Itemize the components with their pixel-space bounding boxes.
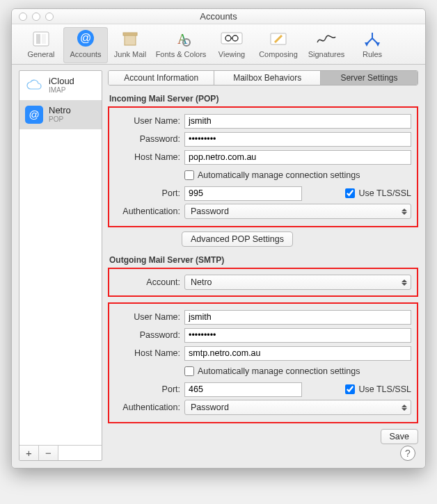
toolbar-label: Composing: [259, 50, 298, 58]
outgoing-auth-select[interactable]: Password: [184, 400, 411, 415]
incoming-user-label: User Name:: [115, 116, 184, 126]
incoming-auth-label: Authentication:: [115, 206, 184, 216]
incoming-host-label: Host Name:: [115, 152, 184, 162]
incoming-tls-checkbox[interactable]: Use TLS/SSL: [345, 188, 411, 198]
pencil-icon: [267, 29, 290, 49]
outgoing-auth-label: Authentication:: [115, 403, 184, 412]
titlebar: Accounts: [12, 9, 425, 24]
account-item-icloud[interactable]: iCloud IMAP: [19, 71, 102, 100]
checkbox-icon[interactable]: [184, 170, 194, 180]
toolbar-label: Junk Mail: [114, 50, 146, 58]
main-panel: Account Information Mailbox Behaviors Se…: [108, 70, 418, 461]
svg-rect-2: [42, 34, 46, 44]
outgoing-tls-label: Use TLS/SSL: [358, 384, 411, 394]
toolbar-composing[interactable]: Composing: [254, 27, 303, 63]
outgoing-pass-label: Password:: [115, 330, 184, 340]
outgoing-group: User Name: Password: Host Name:: [108, 302, 418, 423]
outgoing-port-input[interactable]: [184, 382, 302, 397]
sidebar-footer: + −: [19, 445, 102, 460]
incoming-port-label: Port:: [115, 188, 184, 198]
tabs: Account Information Mailbox Behaviors Se…: [108, 70, 418, 86]
svg-text:@: @: [80, 32, 91, 44]
account-text: iCloud IMAP: [49, 76, 74, 94]
fonts-icon: A: [169, 29, 193, 49]
outgoing-account-select[interactable]: Netro: [184, 275, 411, 290]
rules-icon: [360, 29, 384, 49]
svg-rect-0: [33, 32, 49, 46]
glasses-icon: [220, 29, 244, 49]
toolbar-label: General: [27, 50, 54, 58]
outgoing-auth-value: Password: [191, 403, 229, 412]
account-name: Netro: [49, 106, 71, 115]
account-item-netro[interactable]: @ Netro POP: [19, 100, 102, 129]
save-button[interactable]: Save: [381, 429, 419, 444]
account-name: iCloud: [49, 76, 74, 86]
checkbox-icon[interactable]: [184, 366, 194, 376]
toolbar: General @ Accounts Junk Mail A Fonts & C…: [12, 24, 425, 65]
switch-icon: [29, 29, 53, 49]
incoming-port-input[interactable]: [184, 186, 302, 201]
add-account-button[interactable]: +: [19, 446, 39, 460]
tab-account-info[interactable]: Account Information: [109, 71, 214, 85]
outgoing-pass-input[interactable]: [184, 328, 411, 343]
tab-mailbox-behaviors[interactable]: Mailbox Behaviors: [214, 71, 320, 85]
outgoing-user-input[interactable]: [184, 310, 411, 325]
preferences-window: Accounts General @ Accounts Junk Mail A: [11, 8, 426, 469]
checkbox-icon[interactable]: [345, 188, 355, 198]
svg-rect-6: [123, 33, 137, 35]
window-title: Accounts: [12, 11, 425, 22]
incoming-title: Incoming Mail Server (POP): [109, 94, 418, 104]
toolbar-fonts[interactable]: A Fonts & Colors: [152, 27, 209, 63]
incoming-auth-value: Password: [191, 206, 229, 216]
incoming-auth-select[interactable]: Password: [184, 204, 411, 219]
outgoing-auto-checkbox[interactable]: Automatically manage connection settings: [184, 366, 360, 376]
updown-icon: [401, 206, 408, 217]
at-icon: @: [25, 106, 43, 124]
svg-rect-1: [36, 34, 40, 44]
toolbar-junk[interactable]: Junk Mail: [108, 27, 152, 63]
toolbar-label: Rules: [363, 50, 382, 58]
account-type: IMAP: [49, 86, 74, 94]
toolbar-signatures[interactable]: Signatures: [303, 27, 350, 63]
incoming-host-input[interactable]: [184, 150, 411, 165]
incoming-auto-label: Automatically manage connection settings: [198, 170, 360, 180]
incoming-pass-input[interactable]: [184, 132, 411, 147]
updown-icon: [401, 402, 408, 413]
signature-icon: [315, 29, 338, 49]
checkbox-icon[interactable]: [345, 384, 355, 394]
toolbar-label: Fonts & Colors: [156, 50, 207, 58]
incoming-pass-label: Password:: [115, 134, 184, 144]
account-text: Netro POP: [49, 106, 71, 123]
tab-server-settings[interactable]: Server Settings: [321, 71, 418, 85]
toolbar-label: Viewing: [218, 50, 245, 58]
toolbar-viewing[interactable]: Viewing: [209, 27, 254, 63]
outgoing-tls-checkbox[interactable]: Use TLS/SSL: [345, 384, 411, 394]
outgoing-user-label: User Name:: [115, 312, 184, 322]
incoming-auto-checkbox[interactable]: Automatically manage connection settings: [184, 170, 360, 180]
toolbar-label: Accounts: [70, 50, 101, 58]
updown-icon: [401, 277, 408, 288]
outgoing-port-label: Port:: [115, 384, 184, 394]
cloud-icon: [25, 76, 43, 95]
outgoing-host-input[interactable]: [184, 346, 411, 361]
toolbar-general[interactable]: General: [19, 27, 63, 63]
toolbar-label: Signatures: [308, 50, 345, 58]
help-button[interactable]: ?: [400, 446, 415, 461]
outgoing-title: Outgoing Mail Server (SMTP): [109, 255, 418, 265]
at-icon: @: [74, 29, 97, 49]
advanced-pop-button[interactable]: Advanced POP Settings: [182, 231, 293, 247]
outgoing-account-group: Account: Netro: [108, 268, 418, 297]
remove-account-button[interactable]: −: [39, 446, 58, 460]
content: iCloud IMAP @ Netro POP + − Ac: [12, 65, 425, 468]
sidebar-spacer: [19, 129, 102, 445]
svg-marker-15: [376, 42, 380, 47]
incoming-user-input[interactable]: [184, 114, 411, 129]
trash-icon: [118, 29, 142, 49]
svg-marker-14: [365, 42, 369, 47]
toolbar-rules[interactable]: Rules: [350, 27, 395, 63]
outgoing-host-label: Host Name:: [115, 348, 184, 358]
svg-text:@: @: [29, 108, 39, 120]
toolbar-accounts[interactable]: @ Accounts: [63, 27, 108, 63]
outgoing-account-value: Netro: [191, 277, 212, 287]
outgoing-account-label: Account:: [115, 277, 184, 287]
